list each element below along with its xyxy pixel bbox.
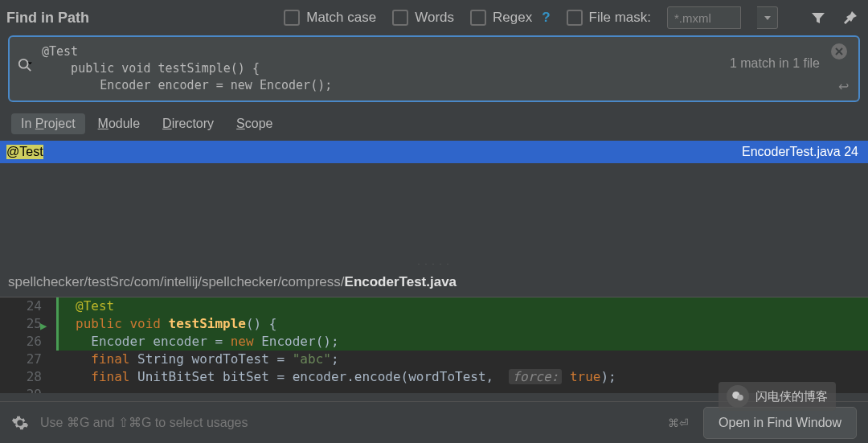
line-number: 27 [0,351,42,368]
code-line: Encoder encoder = new Encoder(); [56,333,868,351]
chevron-down-icon [764,16,771,20]
checkbox-box [392,10,408,26]
words-label: Words [415,10,454,26]
result-file-location: EncoderTest.java 24 [742,145,862,159]
tab-scope[interactable]: Scope [227,113,282,134]
svg-line-1 [27,68,31,72]
usage-hint: Use ⌘G and ⇧⌘G to select usages [40,415,248,430]
regex-help-icon[interactable]: ? [542,10,550,26]
wechat-icon [727,385,749,408]
tab-module[interactable]: Module [88,113,149,134]
words-checkbox[interactable]: Words [392,10,454,26]
line-number: 24 [0,297,42,315]
match-case-checkbox[interactable]: Match case [284,10,376,26]
tab-inproject[interactable]: In Project [11,113,85,134]
code-line: public void testSimple() { [56,315,868,333]
line-number: 28 [0,368,42,386]
checkbox-box [567,10,583,26]
filter-icon[interactable] [810,10,826,26]
result-row[interactable]: @TestEncoderTest.java 24 [0,141,868,163]
watermark: 闪电侠的博客 [719,382,836,411]
result-match-text: @Test [6,145,43,159]
file-mask-label: File mask: [589,10,651,26]
file-mask-dropdown[interactable] [757,6,778,29]
scope-tabs: In ProjectModuleDirectoryScope [0,102,868,141]
splitter-handle[interactable]: · · · · · [0,260,868,268]
open-in-find-window-button[interactable]: Open in Find Window [703,407,857,439]
newline-icon: ↩ [838,79,849,94]
line-number: 25 [0,315,42,333]
clear-search-button[interactable] [831,43,847,59]
tab-directory[interactable]: Directory [153,113,223,134]
file-mask-checkbox[interactable]: File mask: [567,10,651,26]
run-gutter-icon[interactable]: ▶ [40,317,47,334]
svg-point-0 [19,59,28,68]
checkbox-box [470,10,486,26]
regex-label: Regex [493,10,532,26]
svg-point-5 [737,395,743,401]
line-number: 29 [0,386,42,393]
dialog-title: Find in Path [6,10,89,27]
search-icon [18,58,32,72]
breadcrumb-path: spellchecker/testSrc/com/intellij/spellc… [8,274,345,289]
preview-editor[interactable]: ▶ 242526272829 @Testpublic void testSimp… [0,297,868,393]
checkbox-box [284,10,300,26]
file-mask-input[interactable] [667,6,741,29]
line-number: 26 [0,333,42,351]
watermark-text: 闪电侠的博客 [755,389,828,404]
editor-code[interactable]: @Testpublic void testSimple() { Encoder … [56,297,868,393]
pin-icon[interactable] [842,10,858,26]
match-case-label: Match case [306,10,376,26]
shortcut-hint: ⌘⏎ [668,416,689,429]
editor-gutter: ▶ 242526272829 [0,297,56,393]
gear-icon[interactable] [11,414,29,432]
code-line: final String wordToTest = "abc"; [56,351,868,368]
code-line: @Test [56,297,868,315]
regex-checkbox[interactable]: Regex ? [470,10,551,26]
match-count: 1 match in 1 file [730,56,820,71]
search-input[interactable]: @Test public void testSimple() { Encoder… [8,35,860,102]
results-empty-area [0,163,868,260]
breadcrumb-file: EncoderTest.java [345,274,457,289]
breadcrumb: spellchecker/testSrc/com/intellij/spellc… [0,268,868,297]
